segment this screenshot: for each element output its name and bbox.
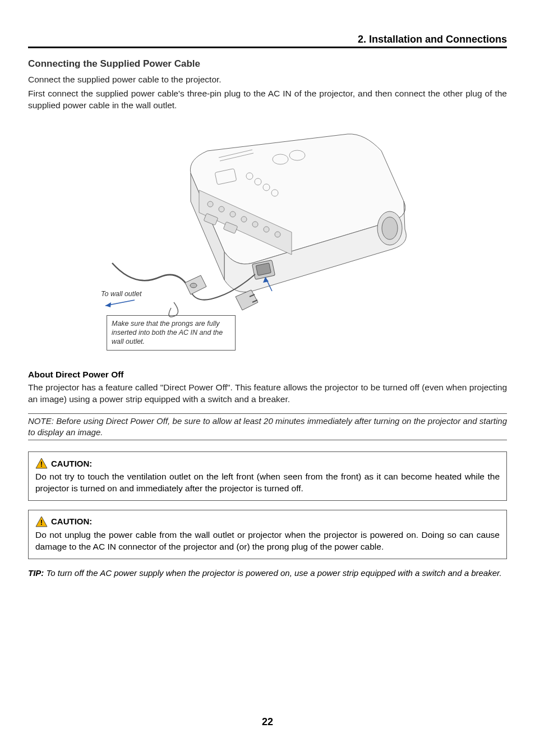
direct-power-off-heading: About Direct Power Off (28, 370, 507, 380)
arrow-to-wall-outlet (101, 298, 140, 309)
projector-illustration (107, 117, 443, 347)
tip-label: TIP: (28, 568, 44, 578)
svg-point-22 (190, 283, 197, 288)
direct-power-off-body: The projector has a feature called "Dire… (28, 382, 507, 405)
tip-text: TIP: To turn off the AC power supply whe… (28, 568, 507, 578)
note-block: NOTE: Before using Direct Power Off, be … (28, 413, 507, 441)
page-number: 22 (0, 716, 535, 728)
svg-point-13 (230, 211, 236, 217)
svg-point-16 (264, 227, 269, 232)
caution-text-1: Do not try to touch the ventilation outl… (35, 471, 500, 495)
tip-body: To turn off the AC power supply when the… (44, 568, 501, 578)
caution-box-1: ! CAUTION: Do not try to touch the venti… (28, 451, 507, 501)
diagram-area: To wall outlet Make sure that the prongs… (28, 117, 507, 358)
caution-icon: ! (35, 516, 48, 527)
callout-to-wall-outlet: To wall outlet (101, 290, 142, 298)
caution-label-2: CAUTION: (51, 517, 92, 526)
caution-text-2: Do not unplug the power cable from the w… (35, 529, 500, 553)
caution-label-1: CAUTION: (51, 459, 92, 468)
svg-point-12 (219, 206, 224, 212)
svg-point-15 (252, 222, 258, 227)
intro-text-1: Connect the supplied power cable to the … (28, 74, 507, 86)
svg-text:!: ! (40, 518, 43, 527)
svg-point-14 (241, 216, 247, 222)
intro-text-2: First connect the supplied power cable's… (28, 88, 507, 112)
note-text: NOTE: Before using Direct Power Off, be … (28, 416, 507, 439)
svg-marker-28 (105, 302, 111, 307)
caution-icon: ! (35, 458, 48, 469)
caution-box-2: ! CAUTION: Do not unplug the power cable… (28, 510, 507, 559)
svg-point-17 (275, 232, 280, 237)
chapter-header: 2. Installation and Connections (28, 34, 507, 48)
svg-point-11 (207, 201, 213, 207)
svg-point-1 (382, 217, 398, 239)
section-title: Connecting the Supplied Power Cable (28, 58, 507, 70)
callout-prongs-note: Make sure that the prongs are fully inse… (107, 315, 236, 351)
svg-text:!: ! (40, 460, 43, 468)
